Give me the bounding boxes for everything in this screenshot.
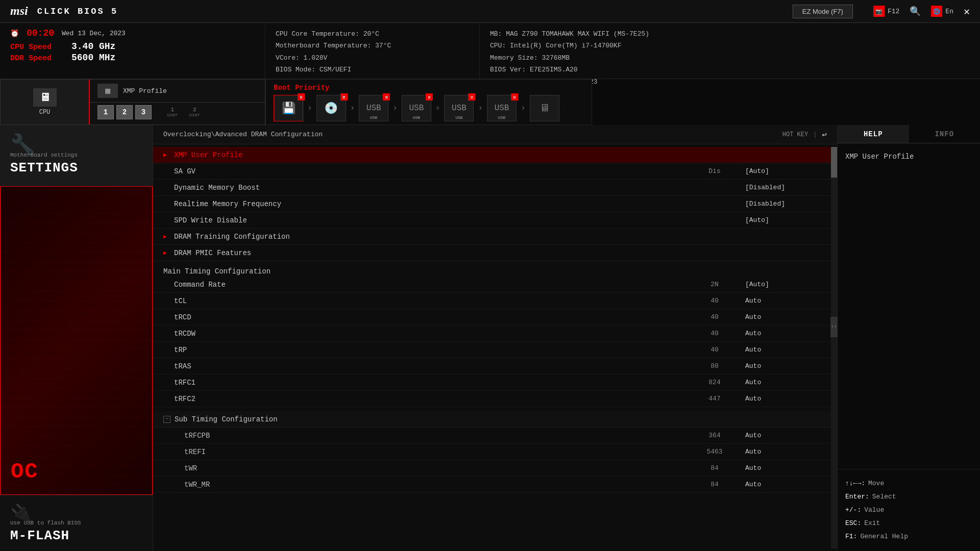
content-panel: Overclocking\Advanced DRAM Configuration…: [153, 125, 837, 551]
trcd-row[interactable]: tRCD 40 Auto: [153, 309, 837, 325]
boot-arrow-5: ›: [478, 104, 483, 113]
trfc2-mid: 447: [684, 395, 745, 403]
value-key: +/-:: [845, 504, 861, 517]
breadcrumb-text: Overclocking\Advanced DRAM Configuration: [163, 131, 323, 138]
trfcpb-row[interactable]: tRFCPB 364 Auto: [153, 428, 837, 444]
value-hint: +/-: Value: [845, 504, 972, 517]
xmp-btn-3[interactable]: 3: [135, 105, 152, 119]
xmp-user-btn-2[interactable]: 2 user: [189, 107, 201, 118]
language-button[interactable]: 🌐 En: [931, 6, 953, 17]
dtc-expand: ▶: [163, 233, 172, 240]
back-button[interactable]: ↩: [822, 130, 827, 140]
tras-right: Auto: [745, 362, 827, 370]
boot-device-7[interactable]: 🖥: [530, 95, 559, 121]
info-tab[interactable]: INFO: [909, 125, 981, 143]
wrench-icon: 🔧: [10, 133, 36, 158]
move-hint: ↑↓←→: Move: [845, 477, 972, 490]
trefi-row[interactable]: tREFI 5463 Auto: [153, 444, 837, 460]
sa-gv-mid: Dis: [684, 167, 745, 175]
dynamic-memory-boost-row[interactable]: Dynamic Memory Boost [Disabled]: [153, 180, 837, 196]
trp-right: Auto: [745, 346, 827, 354]
trcdw-row[interactable]: tRCDW 40 Auto: [153, 325, 837, 342]
xmp-btn-1[interactable]: 1: [97, 105, 114, 119]
xmp-user-btn-1[interactable]: 1 user: [167, 107, 178, 118]
sub-timing-row[interactable]: − Sub Timing Configuration: [153, 411, 837, 428]
sidebar-item-oc[interactable]: OC: [0, 186, 153, 495]
tcl-name: tCL: [174, 297, 684, 305]
help-panel: HELP INFO XMP User Profile ‹‹ ↑↓←→: Move…: [837, 125, 980, 551]
boot-arrow-2: ›: [350, 104, 355, 113]
xmp-user-profile-row[interactable]: ▶ XMP User Profile: [153, 147, 837, 163]
info-row: ⏰ 00:20 Wed 13 Dec, 2023 CPU Speed 3.40 …: [0, 23, 980, 79]
realtime-memory-row[interactable]: Realtime Memory Frequency [Disabled]: [153, 196, 837, 212]
trfc1-row[interactable]: tRFC1 824 Auto: [153, 374, 837, 391]
tcl-mid: 40: [684, 297, 745, 305]
trfcpb-right: Auto: [745, 432, 827, 439]
trfc1-right: Auto: [745, 379, 827, 386]
xmp-section: ▦ XMP Profile 1 2 3 1 user 2 user: [90, 80, 265, 124]
sa-gv-row[interactable]: SA GV Dis [Auto]: [153, 163, 837, 180]
move-desc: Move: [868, 477, 884, 490]
twr-row[interactable]: tWR 84 Auto: [153, 460, 837, 477]
spd-write-row[interactable]: SPD Write Disable [Auto]: [153, 212, 837, 229]
xmp-profile-label: XMP Profile: [123, 87, 167, 95]
help-content: XMP User Profile: [838, 143, 980, 469]
xmp-btn-2[interactable]: 2: [116, 105, 133, 119]
boot-device-2[interactable]: 💿 U: [316, 95, 346, 121]
rmf-name: Realtime Memory Frequency: [174, 200, 684, 208]
search-button[interactable]: 🔍: [910, 6, 921, 17]
sidebar-item-settings[interactable]: 🔧 Motherboard settings SETTINGS: [0, 125, 153, 186]
trp-row[interactable]: tRP 40 Auto: [153, 342, 837, 358]
cpu-text: CPU: Intel(R) Core(TM) i7-14700KF: [490, 40, 970, 52]
f12-button[interactable]: 📷 F12: [873, 6, 899, 17]
cr-name: Command Rate: [174, 281, 684, 289]
tras-name: tRAS: [174, 362, 684, 370]
boot-arrow-6: ›: [521, 104, 526, 113]
boot-device-4[interactable]: USB U USB: [402, 95, 431, 121]
scrollbar-thumb[interactable]: [831, 147, 837, 178]
trefi-name: tREFI: [174, 448, 684, 456]
date-display: Wed 13 Dec, 2023: [62, 30, 126, 37]
dram-pmic-row[interactable]: ▶ DRAM PMIC Features: [153, 245, 837, 261]
cpu-speed-value: 3.40 GHz: [71, 41, 115, 52]
ez-mode-button[interactable]: EZ Mode (F7): [793, 5, 853, 18]
vcore-text: VCore: 1.028V: [276, 52, 469, 64]
close-button[interactable]: ✕: [964, 5, 970, 18]
move-key: ↑↓←→:: [845, 477, 865, 490]
boot-device-6[interactable]: USB U USB: [487, 95, 517, 121]
trcd-name: tRCD: [174, 313, 684, 321]
twrmr-right: Auto: [745, 481, 827, 488]
cpu-speed-label: CPU Speed: [10, 43, 66, 52]
boot-device-5[interactable]: USB U USB: [444, 95, 474, 121]
boot-device-1[interactable]: 💾 U: [274, 95, 303, 121]
mb-text: MB: MAG Z790 TOMAHAWK MAX WIFI (MS-7E25): [490, 28, 970, 40]
time-display: 00:20: [27, 28, 54, 38]
boot-device-3[interactable]: USB U USB: [359, 95, 388, 121]
twrmr-row[interactable]: tWR_MR 84 Auto: [153, 477, 837, 493]
help-tab[interactable]: HELP: [838, 125, 909, 143]
sidebar-item-mflash[interactable]: 🔌 Use USB to flash BIOS M-FLASH: [0, 495, 153, 551]
twrmr-mid: 84: [684, 481, 745, 488]
trfc2-right: Auto: [745, 395, 827, 403]
spd-name: SPD Write Disable: [174, 216, 684, 224]
help-tabs: HELP INFO: [838, 125, 980, 143]
help-expand-button[interactable]: ‹‹: [830, 317, 838, 337]
dram-training-row[interactable]: ▶ DRAM Training Configuration: [153, 229, 837, 245]
boot-badge-3: U: [383, 93, 390, 101]
trfc2-row[interactable]: tRFC2 447 Auto: [153, 391, 837, 407]
tras-row[interactable]: tRAS 80 Auto: [153, 358, 837, 374]
oc-title-label: OC: [11, 460, 142, 484]
cpu-icon: 🖥: [33, 88, 57, 107]
msi-logo: msi: [10, 4, 28, 18]
trfc1-name: tRFC1: [174, 379, 684, 387]
trefi-right: Auto: [745, 448, 827, 456]
cpu-boost-button[interactable]: 🖥 CPU: [1, 80, 90, 124]
mflash-title-label: M-FLASH: [10, 528, 142, 543]
dtc-name: DRAM Training Configuration: [174, 233, 684, 241]
tcl-row[interactable]: tCL 40 Auto: [153, 293, 837, 309]
trfcpb-name: tRFCPB: [174, 432, 684, 440]
boot-priority-label: Boot Priority: [274, 84, 584, 92]
boot-arrow-1: ›: [307, 104, 312, 113]
command-rate-row[interactable]: Command Rate 2N [Auto]: [153, 277, 837, 293]
scrollbar[interactable]: [831, 147, 837, 548]
